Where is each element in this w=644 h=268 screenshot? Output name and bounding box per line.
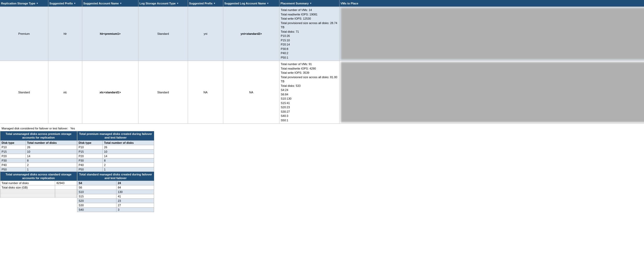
premium-managed-col1: Disk type (77, 140, 103, 145)
list-item: P1026 (77, 145, 154, 149)
bottom-section: Managed disk considered for failover or … (0, 124, 154, 212)
list-item: Total number of disks82943 (0, 181, 77, 185)
list-item: P402 (77, 163, 154, 167)
table-header: Replication Storage Type ▼ Suggested Pre… (0, 0, 644, 7)
list-item: P1026 (0, 145, 77, 149)
main-container: Replication Storage Type ▼ Suggested Pre… (0, 0, 644, 268)
premium-managed-title: Total premium managed disks created duri… (77, 131, 154, 140)
managed-disk-value: Yes (70, 127, 75, 130)
list-item: P308 (77, 158, 154, 163)
managed-disk-label: Managed disk considered for failover or … (2, 127, 68, 130)
list-item: S2023 (77, 199, 154, 203)
header-replication[interactable]: Replication Storage Type ▼ (0, 0, 48, 7)
list-item (0, 196, 77, 198)
list-item: P2014 (77, 154, 154, 158)
table-row: Premium hlr hlr<premium1> Standard yni y… (0, 7, 644, 61)
standard-unmanaged-table: Total unmanaged disks across standard st… (0, 172, 77, 212)
managed-disk-row: Managed disk considered for failover or … (0, 126, 154, 131)
log-account-standard: NA (223, 61, 279, 123)
prefix2-standard: NA (188, 61, 223, 123)
list-item: S10130 (77, 190, 154, 194)
premium-unmanaged-col1: Disk type (0, 140, 26, 145)
list-item: Total disks size (GB) (0, 185, 77, 190)
header-account-name[interactable]: Suggested Account Name ▼ (82, 0, 138, 7)
list-item: S424 (77, 181, 154, 185)
sort-icon-log-storage[interactable]: ▼ (177, 2, 179, 5)
list-item: P501 (77, 167, 154, 172)
header-prefix1[interactable]: Suggested Prefix ▼ (48, 0, 82, 7)
header-placement[interactable]: Placement Summary ▼ (279, 0, 339, 7)
list-item: S1541 (77, 194, 154, 199)
premium-managed-table: Total premium managed disks created duri… (77, 131, 154, 172)
header-log-storage[interactable]: Log Storage Account Type ▼ (138, 0, 188, 7)
account-name-premium: hlr<premium1> (82, 7, 138, 61)
prefix1-standard: xtc (48, 61, 82, 123)
log-storage-premium: Standard (138, 7, 188, 61)
list-item: P2014 (0, 154, 77, 158)
account-name-standard: xtc<standard1> (82, 61, 138, 123)
premium-unmanaged-table: Total unmanaged disks across premium sto… (0, 131, 77, 172)
list-item: S3027 (77, 203, 154, 208)
sort-icon-prefix2[interactable]: ▼ (213, 2, 216, 5)
log-account-premium: yni<standard2> (223, 7, 279, 61)
sort-icon-replication[interactable]: ▼ (36, 2, 38, 5)
list-item: P1510 (0, 149, 77, 154)
list-item: P501 (0, 167, 77, 172)
vms-premium: co1mac1svr1 (CO1-CU-SV-EB001), co1acl1vh… (339, 7, 644, 61)
premium-unmanaged-col2: Total number of disks (26, 140, 77, 145)
replication-type-standard: Standard (0, 61, 48, 123)
list-item: P308 (0, 158, 77, 163)
prefix2-premium: yni (188, 7, 223, 61)
premium-tables: Total unmanaged disks across premium sto… (0, 131, 154, 172)
standard-tables: Total unmanaged disks across standard st… (0, 172, 154, 212)
placement-premium: Total number of VMs: 14 Total read/write… (279, 7, 339, 61)
log-storage-standard: Standard (138, 61, 188, 123)
sort-icon-prefix1[interactable]: ▼ (74, 2, 76, 5)
standard-managed-table: Total standard managed disks created dur… (77, 172, 154, 212)
standard-unmanaged-title: Total unmanaged disks across standard st… (0, 172, 77, 181)
list-item: P402 (0, 163, 77, 167)
table-row: Standard xtc xtc<standard1> Standard NA … (0, 61, 644, 124)
placement-standard: Total number of VMs: 91 Total read/write… (279, 61, 339, 123)
prefix1-premium: hlr (48, 7, 82, 61)
header-prefix2[interactable]: Suggested Prefix ▼ (188, 0, 223, 7)
vms-standard: co1citynh07 (CO1-CU-SV-EB004), co1glapcm… (339, 61, 644, 123)
standard-managed-title: Total standard managed disks created dur… (77, 172, 154, 181)
sort-icon-account[interactable]: ▼ (120, 2, 122, 5)
list-item: S684 (77, 185, 154, 190)
sort-icon-placement[interactable]: ▼ (309, 2, 312, 5)
list-item: S403 (77, 208, 154, 212)
list-item: P1510 (77, 149, 154, 154)
header-log-account[interactable]: Suggested Log Account Name ▼ (223, 0, 279, 7)
premium-unmanaged-title: Total unmanaged disks across premium sto… (0, 131, 77, 140)
header-vms[interactable]: VMs to Place (339, 0, 644, 7)
replication-type-premium: Premium (0, 7, 48, 61)
sort-icon-log-account[interactable]: ▼ (267, 2, 269, 5)
premium-managed-col2: Total number of disks (103, 140, 154, 145)
